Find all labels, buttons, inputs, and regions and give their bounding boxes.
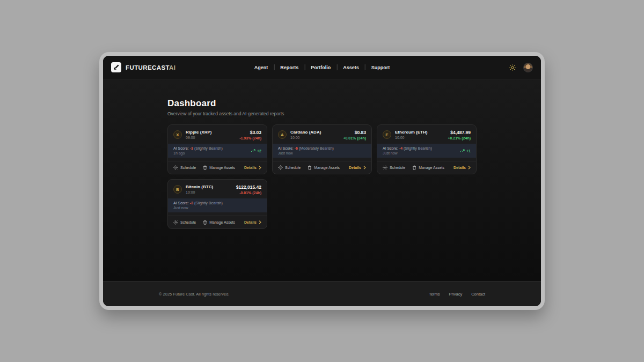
ai-score-strip: AI Score: -3 (Slightly Bearish) 1h ago +…: [168, 144, 267, 158]
user-avatar[interactable]: [523, 63, 533, 72]
trash-icon: [203, 165, 207, 170]
ai-score-value: -3: [190, 201, 193, 205]
footer-copyright: © 2025 Future Cast. All rights reserved.: [159, 292, 229, 297]
nav-item-reports[interactable]: Reports: [280, 65, 298, 70]
nav-item-agent[interactable]: Agent: [254, 65, 268, 70]
nav-item-support[interactable]: Support: [371, 65, 390, 70]
asset-card-ethereum: E Ethereum (ETH) 10:00 $4,487.99 +0.21% …: [377, 124, 477, 174]
manage-assets-button[interactable]: Manage Assets: [203, 165, 235, 170]
details-button[interactable]: Details: [244, 166, 261, 169]
trash-icon: [412, 165, 416, 170]
nav-separator: [304, 64, 305, 70]
footer-link-terms[interactable]: Terms: [429, 292, 440, 297]
asset-price: $4,487.99: [448, 130, 471, 135]
asset-change: -1.93% (24h): [239, 136, 261, 140]
page-subtitle: Overview of your tracked assets and AI-g…: [167, 111, 477, 116]
updated-time: Just now: [383, 151, 432, 155]
ai-score-value: -3: [190, 146, 193, 150]
asset-change: +0.21% (24h): [448, 136, 471, 140]
ai-score-label: AI Score:: [383, 146, 398, 150]
updated-time: Just now: [173, 206, 223, 210]
brand[interactable]: FUTURECASTAI: [111, 62, 175, 72]
trend-value: +1: [466, 149, 471, 153]
nav-separator: [365, 64, 365, 70]
asset-price: $3.03: [239, 130, 261, 135]
details-button[interactable]: Details: [453, 166, 471, 169]
trend-value: +2: [257, 149, 261, 153]
schedule-button[interactable]: Schedule: [383, 165, 405, 170]
asset-card-bitcoin: B Bitcoin (BTC) 10:00 $122,015.42 -0.01%…: [167, 179, 267, 229]
chevron-right-icon: [259, 166, 261, 169]
chevron-right-icon: [468, 166, 471, 169]
trash-icon: [203, 220, 207, 225]
trash-icon: [308, 165, 312, 170]
ai-score-label: AI Score:: [173, 201, 189, 205]
asset-card-cardano: A Cardano (ADA) 10:00 $0.83 +0.01% (24h)…: [272, 124, 372, 174]
details-button[interactable]: Details: [244, 220, 261, 224]
main-content: Dashboard Overview of your tracked asset…: [103, 79, 541, 281]
ai-sentiment: (Slightly Bearish): [404, 146, 432, 150]
asset-card-ripple: X Ripple (XRP) 09:00 $3.03 -1.93% (24h) …: [167, 124, 267, 174]
ai-score-label: AI Score:: [173, 146, 189, 150]
footer-links: Terms Privacy Contact: [429, 292, 485, 297]
asset-avatar: B: [173, 185, 182, 194]
header-right: [508, 63, 533, 72]
details-button[interactable]: Details: [349, 166, 366, 169]
nav-item-assets[interactable]: Assets: [343, 65, 359, 70]
asset-name: Bitcoin (BTC): [186, 184, 213, 189]
asset-avatar: X: [173, 130, 182, 139]
ai-sentiment: (Slightly Bearish): [194, 146, 223, 150]
ai-score-value: -4: [399, 146, 402, 150]
asset-time: 09:00: [186, 136, 211, 139]
asset-name: Cardano (ADA): [290, 130, 321, 135]
asset-price: $122,015.42: [236, 184, 261, 190]
asset-avatar: E: [383, 130, 391, 139]
footer-link-contact[interactable]: Contact: [471, 292, 485, 297]
app-footer: © 2025 Future Cast. All rights reserved.…: [103, 281, 541, 306]
brand-logo-icon: [111, 62, 121, 72]
app-window: FUTURECASTAI Agent Reports Portfolio Ass…: [99, 52, 545, 310]
schedule-button[interactable]: Schedule: [173, 220, 196, 225]
asset-price: $0.83: [343, 130, 366, 135]
trend-up-icon: [460, 149, 465, 153]
gear-icon: [383, 165, 387, 170]
asset-avatar: A: [278, 130, 287, 139]
main-nav: Agent Reports Portfolio Assets Support: [254, 56, 390, 79]
trend-up-icon: [251, 149, 255, 153]
nav-separator: [336, 64, 337, 70]
updated-time: Just now: [278, 151, 334, 155]
asset-name: Ripple (XRP): [186, 130, 211, 135]
theme-toggle-button[interactable]: [508, 63, 517, 72]
brand-name: FUTURECASTAI: [126, 64, 175, 71]
schedule-button[interactable]: Schedule: [278, 165, 301, 170]
nav-item-portfolio[interactable]: Portfolio: [311, 65, 331, 70]
footer-link-privacy[interactable]: Privacy: [449, 292, 463, 297]
ai-score-strip: AI Score: -3 (Slightly Bearish) Just now: [168, 198, 267, 212]
chevron-right-icon: [259, 220, 261, 224]
asset-cards-grid: X Ripple (XRP) 09:00 $3.03 -1.93% (24h) …: [167, 124, 477, 229]
updated-time: 1h ago: [173, 151, 223, 155]
asset-time: 10:00: [290, 136, 321, 139]
ai-score-value: -6: [295, 146, 298, 150]
nav-separator: [274, 64, 274, 70]
gear-icon: [173, 220, 178, 225]
trend-badge: +2: [251, 149, 261, 153]
asset-name: Ethereum (ETH): [395, 130, 427, 135]
manage-assets-button[interactable]: Manage Assets: [308, 165, 340, 170]
sun-icon: [509, 64, 516, 71]
app-header: FUTURECASTAI Agent Reports Portfolio Ass…: [103, 56, 541, 79]
ai-score-strip: AI Score: -4 (Slightly Bearish) Just now…: [377, 144, 476, 158]
ai-score-label: AI Score:: [278, 146, 294, 150]
schedule-button[interactable]: Schedule: [173, 165, 196, 170]
ai-sentiment: (Moderately Bearish): [299, 146, 334, 150]
asset-change: +0.01% (24h): [343, 136, 366, 140]
page-title: Dashboard: [167, 98, 477, 109]
chevron-right-icon: [363, 166, 366, 169]
asset-change: -0.01% (24h): [236, 191, 261, 195]
asset-time: 10:00: [395, 136, 427, 139]
manage-assets-button[interactable]: Manage Assets: [412, 165, 444, 170]
gear-icon: [278, 165, 283, 170]
ai-score-strip: AI Score: -6 (Moderately Bearish) Just n…: [273, 144, 371, 158]
manage-assets-button[interactable]: Manage Assets: [203, 220, 235, 225]
asset-time: 10:00: [186, 190, 213, 194]
